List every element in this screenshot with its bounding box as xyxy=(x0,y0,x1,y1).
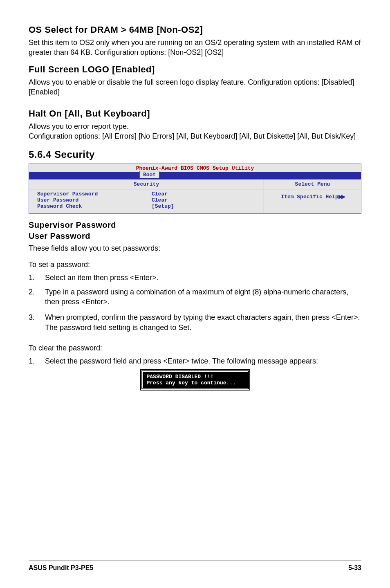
step-text: Select an item then press <Enter>. xyxy=(45,273,158,283)
step-text: Select the password field and press <Ent… xyxy=(45,356,318,366)
footer-right: 5-33 xyxy=(348,564,361,572)
heading-user-password: User Password xyxy=(29,231,361,241)
bios-row[interactable]: Password Check [Setup] xyxy=(37,203,260,209)
steps-set-password: 1. Select an item then press <Enter>. 2.… xyxy=(29,273,361,332)
double-arrow-icon: ▶▶ xyxy=(338,193,344,200)
bios-row[interactable]: Supervisor Password Clear xyxy=(37,191,260,197)
page-footer: ASUS Pundit P3-PE5 5-33 xyxy=(29,561,361,572)
list-item: 2. Type in a password using a combinatio… xyxy=(29,287,361,307)
steps-clear-password: 1. Select the password field and press <… xyxy=(29,356,361,366)
bios-tab-boot[interactable]: Boot xyxy=(139,171,159,178)
step-number: 1. xyxy=(29,273,45,283)
list-item: 3. When prompted, confirm the password b… xyxy=(29,312,361,332)
body-os-select: Set this item to OS2 only when you are r… xyxy=(29,38,361,58)
bios-row-value: Clear xyxy=(152,191,168,197)
bios-row-label: User Password xyxy=(37,197,152,203)
bios-row-value: [Setup] xyxy=(152,203,174,209)
step-text: When prompted, confirm the password by t… xyxy=(45,312,361,332)
list-item: 1. Select an item then press <Enter>. xyxy=(29,273,361,283)
bios-row-value: Clear xyxy=(152,197,168,203)
bios-setup-box: Phoenix-Award BIOS CMOS Setup Utility Bo… xyxy=(29,164,361,214)
bios-row[interactable]: User Password Clear xyxy=(37,197,260,203)
step-number: 2. xyxy=(29,287,45,307)
step-number: 1. xyxy=(29,356,45,366)
text-to-set: To set a password: xyxy=(29,260,361,269)
list-item: 1. Select the password field and press <… xyxy=(29,356,361,366)
bios-title: Phoenix-Award BIOS CMOS Setup Utility xyxy=(29,164,361,172)
bios-security-label: Security xyxy=(29,180,264,189)
text-to-clear: To clear the password: xyxy=(29,343,361,353)
heading-security: 5.6.4 Security xyxy=(29,149,361,160)
pwd-line2: Press any key to continue... xyxy=(147,380,244,386)
bios-row-label: Password Check xyxy=(37,203,152,209)
heading-halt-on: Halt On [All, But Keyboard] xyxy=(29,108,361,119)
body-halt-on: Allows you to error report type. Configu… xyxy=(29,121,361,141)
bios-help-label: Item Specific Help xyxy=(281,194,338,200)
bios-help-text: Item Specific Help▶▶ xyxy=(264,189,361,204)
pwd-line1: PASSWORD DISABLED !!! xyxy=(147,374,244,380)
step-number: 3. xyxy=(29,312,45,332)
bios-row-label: Supervisor Password xyxy=(37,191,152,197)
step-text: Type in a password using a combination o… xyxy=(45,287,361,307)
footer-left: ASUS Pundit P3-PE5 xyxy=(29,564,93,572)
text-fields-intro: These fields allow you to set passwords: xyxy=(29,243,361,253)
heading-os-select: OS Select for DRAM > 64MB [Non-OS2] xyxy=(29,25,361,35)
password-disabled-box: PASSWORD DISABLED !!! Press any key to c… xyxy=(141,370,249,390)
body-full-screen-logo: Allows you to enable or disable the full… xyxy=(29,77,361,97)
bios-select-menu-label: Select Menu xyxy=(264,180,361,189)
heading-supervisor-password: Supervisor Password xyxy=(29,220,361,230)
heading-full-screen-logo: Full Screen LOGO [Enabled] xyxy=(29,64,361,75)
bios-menubar: Boot xyxy=(29,172,361,179)
